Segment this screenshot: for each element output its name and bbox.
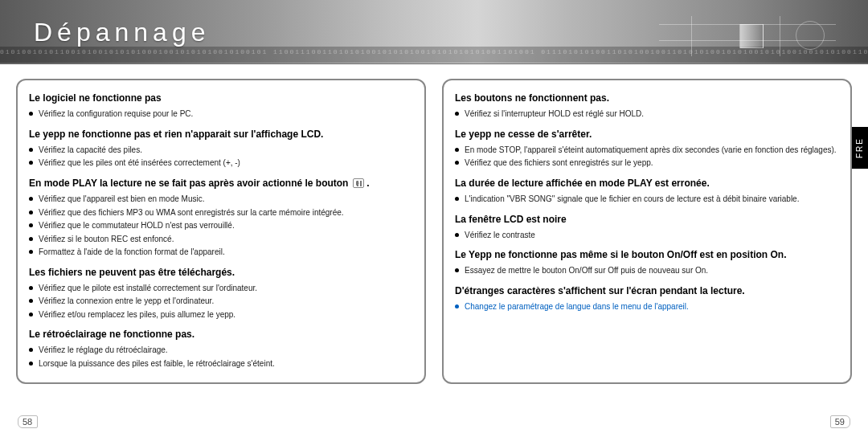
section-heading: Les fichiers ne peuvent pas être télécha… xyxy=(29,266,413,279)
section-heading: En mode PLAY la lecture ne se fait pas a… xyxy=(29,177,413,190)
heading-text-b: . xyxy=(366,178,369,189)
title-banner: 0101001010110010100101010100010010101010… xyxy=(0,0,868,64)
list-item: Vérifiez le contraste xyxy=(455,230,839,241)
left-panel: Le logiciel ne fonctionne pas Vérifiez l… xyxy=(16,79,426,384)
right-page: Les boutons ne fonctionnent pas. Vérifie… xyxy=(442,79,852,384)
section-heading: Le yepp ne cesse de s'arrêter. xyxy=(455,128,839,141)
list-item: Changez le paramétrage de langue dans le… xyxy=(455,301,839,312)
list-item: Vérifiez si l'interrupteur HOLD est régl… xyxy=(455,108,839,120)
list-item: Vérifiez que le pilote est installé corr… xyxy=(29,283,413,294)
section-heading: Le rétroéclairage ne fonctionne pas. xyxy=(29,328,413,341)
list-item: L'indication "VBR SONG" signale que le f… xyxy=(455,194,839,205)
section-heading: Les boutons ne fonctionnent pas. xyxy=(455,92,839,104)
section-heading: D'étranges caractères s'affichent sur l'… xyxy=(455,284,839,297)
list-item: Vérifiez la configuration requise pour l… xyxy=(29,108,413,120)
list-item: Essayez de mettre le bouton On/Off sur O… xyxy=(455,265,839,276)
page-number-right: 59 xyxy=(830,415,850,428)
list-item: Vérifiez si le bouton REC est enfoncé. xyxy=(29,234,413,245)
list-item: Vérifiez que des fichiers sont enregistr… xyxy=(455,157,839,169)
list-item: Lorsque la puissance des piles est faibl… xyxy=(29,358,413,370)
content-spread: Le logiciel ne fonctionne pas Vérifiez l… xyxy=(0,64,868,384)
list-item: Vérifiez que les piles ont été insérées … xyxy=(29,157,413,169)
right-panel: Les boutons ne fonctionnent pas. Vérifie… xyxy=(442,79,852,384)
list-item: Vérifiez que l'appareil est bien en mode… xyxy=(29,194,413,205)
page-number-left: 58 xyxy=(18,415,38,428)
list-item: En mode STOP, l'appareil s'éteint automa… xyxy=(455,145,839,156)
list-item: Formattez à l'aide de la fonction format… xyxy=(29,247,413,258)
section-heading: La durée de lecture affichée en mode PLA… xyxy=(455,177,839,190)
left-page: Le logiciel ne fonctionne pas Vérifiez l… xyxy=(16,79,426,384)
list-item: Vérifiez que des fichiers MP3 ou WMA son… xyxy=(29,207,413,219)
section-heading: Le logiciel ne fonctionne pas xyxy=(29,92,413,104)
section-heading: La fenêtre LCD est noire xyxy=(455,213,839,226)
list-item: Vérifiez le réglage du rétroéclairage. xyxy=(29,345,413,356)
section-heading: Le yepp ne fonctionne pas et rien n'appa… xyxy=(29,128,413,141)
list-item: Vérifiez la capacité des piles. xyxy=(29,145,413,156)
section-heading: Le Yepp ne fonctionne pas même si le bou… xyxy=(455,248,839,261)
list-item: Vérifiez la connexion entre le yepp et l… xyxy=(29,296,413,307)
play-pause-icon xyxy=(353,178,364,188)
heading-text-a: En mode PLAY la lecture ne se fait pas a… xyxy=(29,178,348,189)
list-item: Vérifiez et/ou remplacez les piles, puis… xyxy=(29,309,413,321)
banner-decoration xyxy=(659,16,836,56)
list-item: Vérifiez que le commutateur HOLD n'est p… xyxy=(29,220,413,231)
language-tab: FRE xyxy=(852,127,868,169)
page-title: Dépannage xyxy=(34,18,210,47)
